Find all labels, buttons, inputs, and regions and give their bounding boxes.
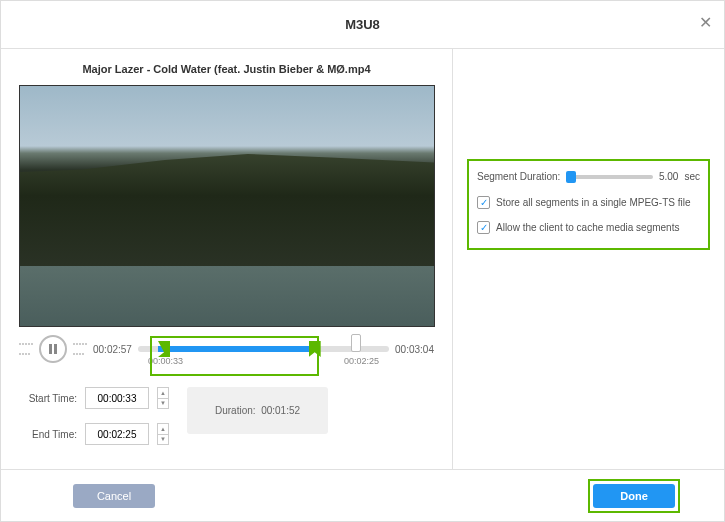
left-panel: Major Lazer - Cold Water (feat. Justin B… (1, 49, 453, 469)
end-time-stepper[interactable]: ▲▼ (157, 423, 169, 445)
option-cache[interactable]: ✓ Allow the client to cache media segmen… (477, 221, 700, 234)
pause-button[interactable] (39, 335, 67, 363)
chevron-up-icon: ▲ (158, 388, 168, 399)
dialog-header: M3U8 ✕ (1, 1, 724, 49)
video-preview[interactable] (19, 85, 435, 327)
playhead-handle[interactable] (351, 334, 361, 352)
start-time-label: Start Time: (19, 393, 77, 404)
video-title: Major Lazer - Cold Water (feat. Justin B… (19, 63, 434, 75)
right-panel: Segment Duration: 5.00 sec ✓ Store all s… (453, 49, 724, 469)
segment-duration-row: Segment Duration: 5.00 sec (477, 171, 700, 182)
playback-controls: 00:02:57 00:00:33 00:02:25 00:03:04 (19, 335, 434, 363)
time-controls: Start Time: ▲▼ End Time: ▲▼ Duration: 00… (19, 387, 434, 445)
chevron-down-icon: ▼ (158, 399, 168, 409)
segment-duration-slider[interactable] (566, 175, 653, 179)
start-time-input[interactable] (85, 387, 149, 409)
end-time-label: End Time: (19, 429, 77, 440)
start-time-field: Start Time: ▲▼ (19, 387, 169, 409)
dialog-title: M3U8 (345, 17, 380, 32)
option-single-file-label: Store all segments in a single MPEG-TS f… (496, 197, 691, 208)
chevron-down-icon: ▼ (158, 435, 168, 445)
close-icon[interactable]: ✕ (699, 13, 712, 32)
svg-rect-1 (54, 344, 57, 354)
settings-box: Segment Duration: 5.00 sec ✓ Store all s… (467, 159, 710, 250)
option-cache-label: Allow the client to cache media segments (496, 222, 679, 233)
segment-duration-value: 5.00 (659, 171, 678, 182)
done-button[interactable]: Done (593, 484, 675, 508)
range-start-label: 00:00:33 (148, 356, 183, 366)
segment-duration-unit: sec (684, 171, 700, 182)
option-single-file[interactable]: ✓ Store all segments in a single MPEG-TS… (477, 196, 700, 209)
trim-end-handle[interactable] (309, 341, 321, 357)
start-time-stepper[interactable]: ▲▼ (157, 387, 169, 409)
drag-handle-icon[interactable] (19, 339, 33, 359)
trim-slider[interactable]: 00:00:33 00:02:25 (138, 336, 389, 362)
range-end-label: 00:02:25 (344, 356, 379, 366)
content-area: Major Lazer - Cold Water (feat. Justin B… (1, 49, 724, 469)
highlight-box: Done (588, 479, 680, 513)
svg-rect-0 (49, 344, 52, 354)
duration-display: Duration: 00:01:52 (187, 387, 328, 434)
end-time-field: End Time: ▲▼ (19, 423, 169, 445)
current-time: 00:02:57 (93, 344, 132, 355)
chevron-up-icon: ▲ (158, 424, 168, 435)
segment-duration-label: Segment Duration: (477, 171, 560, 182)
dialog-footer: Cancel Done (1, 469, 724, 521)
drag-handle-icon[interactable] (73, 339, 87, 359)
total-time: 00:03:04 (395, 344, 434, 355)
checkbox-icon[interactable]: ✓ (477, 221, 490, 234)
cancel-button[interactable]: Cancel (73, 484, 155, 508)
slider-thumb[interactable] (566, 171, 576, 183)
checkbox-icon[interactable]: ✓ (477, 196, 490, 209)
end-time-input[interactable] (85, 423, 149, 445)
